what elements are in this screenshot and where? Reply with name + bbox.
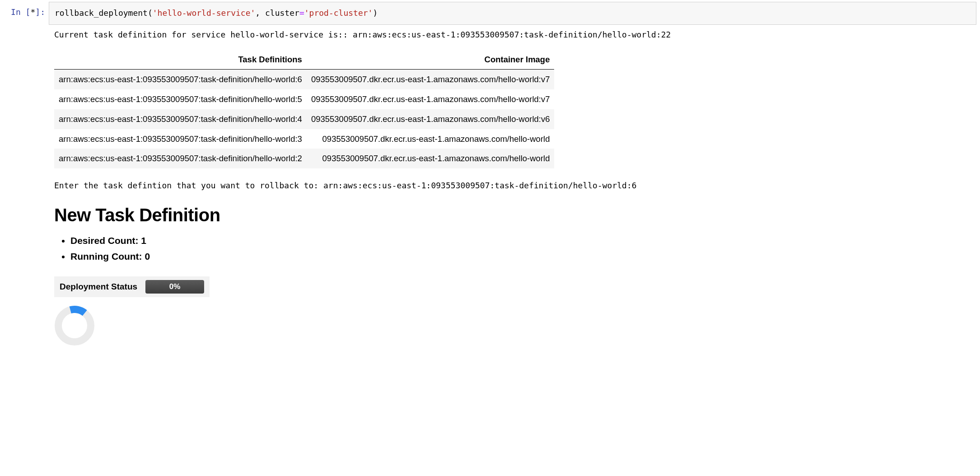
code-comma: , xyxy=(255,8,265,18)
notebook-cell: In [*]: rollback_deployment('hello-world… xyxy=(4,2,976,25)
progress-percent: 0% xyxy=(169,282,181,291)
loading-spinner-icon xyxy=(54,305,95,346)
table-header-row: Task Definitions Container Image xyxy=(54,50,554,70)
table-row: arn:aws:ecs:us-east-1:093553009507:task-… xyxy=(54,89,554,109)
list-item: Desired Count: 1 xyxy=(70,233,971,248)
task-definitions-table: Task Definitions Container Image arn:aws… xyxy=(54,50,554,169)
col-header-container-image: Container Image xyxy=(307,50,555,70)
svg-point-1 xyxy=(62,313,87,338)
counts-list: Desired Count: 1 Running Count: 0 xyxy=(54,233,971,264)
prompt-suffix: ]: xyxy=(35,7,45,17)
code-kw: cluster xyxy=(265,8,299,18)
cell-container-image: 093553009507.dkr.ecr.us-east-1.amazonaws… xyxy=(307,129,555,149)
cell-task-definition: arn:aws:ecs:us-east-1:093553009507:task-… xyxy=(54,70,307,89)
current-task-def-text: Current task definition for service hell… xyxy=(54,28,971,42)
section-title-new-task-def: New Task Definition xyxy=(54,205,971,225)
deployment-status-widget: Deployment Status 0% xyxy=(54,276,210,297)
cell-container-image: 093553009507.dkr.ecr.us-east-1.amazonaws… xyxy=(307,70,555,89)
table-row: arn:aws:ecs:us-east-1:093553009507:task-… xyxy=(54,149,554,168)
cell-task-definition: arn:aws:ecs:us-east-1:093553009507:task-… xyxy=(54,89,307,109)
output-area: Current task definition for service hell… xyxy=(49,25,976,346)
code-fn: rollback_deployment xyxy=(55,8,148,18)
list-item: Running Count: 0 xyxy=(70,249,971,264)
cell-task-definition: arn:aws:ecs:us-east-1:093553009507:task-… xyxy=(54,109,307,129)
rollback-prompt-text: Enter the task defintion that you want t… xyxy=(54,179,971,192)
code-close: ) xyxy=(373,8,378,18)
code-input[interactable]: rollback_deployment('hello-world-service… xyxy=(49,2,976,25)
code-open: ( xyxy=(148,8,153,18)
prompt-exec-indicator: * xyxy=(30,7,35,17)
cell-container-image: 093553009507.dkr.ecr.us-east-1.amazonaws… xyxy=(307,109,555,129)
cell-container-image: 093553009507.dkr.ecr.us-east-1.amazonaws… xyxy=(307,89,555,109)
input-prompt: In [*]: xyxy=(4,2,49,17)
cell-task-definition: arn:aws:ecs:us-east-1:093553009507:task-… xyxy=(54,129,307,149)
progress-bar: 0% xyxy=(145,280,204,294)
table-row: arn:aws:ecs:us-east-1:093553009507:task-… xyxy=(54,109,554,129)
table-row: arn:aws:ecs:us-east-1:093553009507:task-… xyxy=(54,70,554,89)
code-eq: = xyxy=(299,8,304,18)
col-header-task-definitions: Task Definitions xyxy=(54,50,307,70)
cell-task-definition: arn:aws:ecs:us-east-1:093553009507:task-… xyxy=(54,149,307,168)
cell-container-image: 093553009507.dkr.ecr.us-east-1.amazonaws… xyxy=(307,149,555,168)
deployment-status-label: Deployment Status xyxy=(60,282,137,292)
table-row: arn:aws:ecs:us-east-1:093553009507:task-… xyxy=(54,129,554,149)
code-arg1: 'hello-world-service' xyxy=(153,8,256,18)
code-arg2: 'prod-cluster' xyxy=(304,8,373,18)
prompt-prefix: In [ xyxy=(11,7,30,17)
